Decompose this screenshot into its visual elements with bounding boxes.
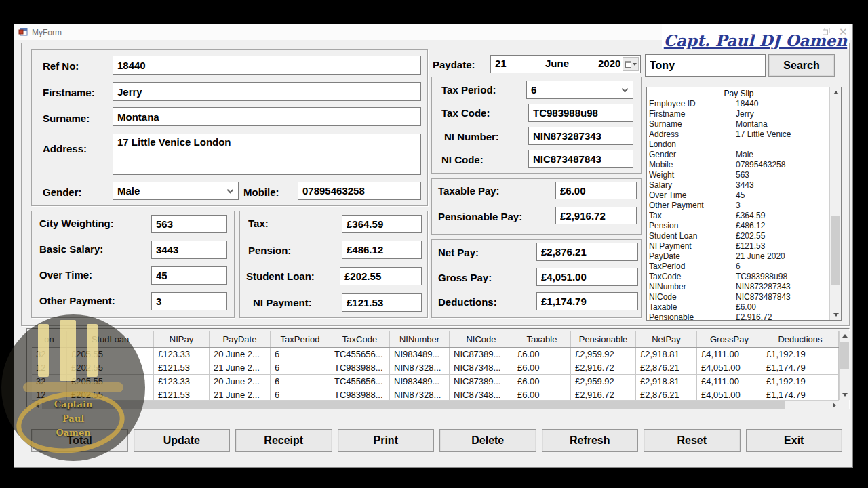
delete-button[interactable]: Delete (439, 429, 536, 452)
payslip-line: Employee ID18440 (649, 99, 829, 109)
grid-table: onStudLoanNIPayPayDateTaxPeriodTaxCodeNI… (32, 331, 839, 402)
ref-no-field[interactable] (113, 56, 421, 75)
window-title: MyForm (32, 28, 62, 37)
grid-row[interactable]: 32£205.55£123.3320 June 2...6TC455656...… (32, 348, 839, 361)
city-weighting-label: City Weighting: (39, 218, 114, 229)
grid-vscrollbar[interactable] (839, 331, 850, 400)
grid-cell: £202.55 (67, 361, 154, 374)
firstname-label: Firstname: (43, 87, 95, 98)
gender-label: Gender: (43, 186, 82, 198)
surname-field[interactable] (113, 107, 421, 126)
ni-payment-field[interactable] (342, 293, 422, 312)
receipt-button[interactable]: Receipt (235, 429, 332, 452)
tax-field[interactable] (342, 215, 422, 233)
grid-col-ninumber[interactable]: NINumber (390, 331, 450, 347)
scroll-thumb[interactable] (42, 401, 785, 409)
ni-code-field[interactable] (528, 150, 633, 168)
calendar-dropdown-icon[interactable] (623, 57, 639, 71)
grid-col-deductions[interactable]: Deductions (762, 331, 839, 347)
grid-col-paydate[interactable]: PayDate (210, 331, 271, 347)
grid-cell: 20 June 2... (210, 348, 271, 361)
mobile-field[interactable] (298, 182, 421, 200)
grid-cell: £1,192.19 (762, 375, 839, 388)
reset-button[interactable]: Reset (644, 429, 741, 452)
tax-code-field[interactable] (528, 104, 633, 122)
grid-col-grosspay[interactable]: GrossPay (697, 331, 762, 347)
grid-cell: NI983489... (390, 348, 450, 361)
grid-col-on[interactable]: on (32, 331, 67, 347)
scroll-left-icon[interactable] (32, 401, 41, 410)
paydate-year: 2020 (598, 58, 620, 69)
payslip-line: Address17 Little Venice (649, 129, 829, 140)
address-field[interactable]: 17 Little Venice London (113, 134, 421, 175)
grid-cell: 6 (271, 375, 330, 388)
exit-button[interactable]: Exit (746, 429, 843, 452)
ref-no-label: Ref No: (43, 60, 79, 72)
pensionable-pay-field[interactable] (555, 207, 637, 224)
grid-cell: £2,916.72 (571, 361, 636, 374)
grid-cell: £123.33 (154, 375, 210, 388)
search-button[interactable]: Search (768, 54, 835, 77)
net-pay-field[interactable] (536, 243, 638, 261)
close-icon[interactable]: ✕ (839, 26, 848, 37)
print-button[interactable]: Print (338, 429, 435, 452)
grid-col-taxperiod[interactable]: TaxPeriod (271, 331, 330, 347)
tax-code-label: Tax Code: (441, 107, 490, 119)
tax-period-select[interactable]: 6 (526, 81, 633, 99)
ni-number-field[interactable] (528, 127, 633, 145)
gross-pay-field[interactable] (536, 268, 638, 286)
grid-row[interactable]: 12£202.55£121.5321 June 2...6TC983988...… (32, 361, 839, 375)
scroll-down-icon[interactable] (840, 390, 850, 400)
deductions-label: Deductions: (438, 296, 497, 308)
grid-col-pensionable[interactable]: Pensionable (571, 331, 636, 347)
grid-col-nipay[interactable]: NIPay (154, 331, 210, 347)
grid-hscrollbar[interactable] (32, 400, 839, 409)
restore-icon[interactable] (823, 26, 830, 38)
grid-col-taxcode[interactable]: TaxCode (330, 331, 390, 347)
grid-col-netpay[interactable]: NetPay (636, 331, 697, 347)
grid-cell: £6.00 (513, 361, 571, 374)
screen: MyForm Capt. Paul DJ Oamen ✕ Ref No: Fir… (0, 0, 868, 488)
over-time-field[interactable] (151, 266, 227, 285)
taxable-pay-field[interactable] (555, 182, 637, 199)
search-input[interactable] (645, 54, 766, 77)
scroll-down-icon[interactable] (831, 310, 841, 320)
student-loan-field[interactable] (340, 267, 422, 285)
student-loan-label: Student Loan: (246, 270, 315, 282)
paydate-picker[interactable]: 21 June 2020 (490, 55, 641, 73)
firstname-field[interactable] (113, 82, 421, 101)
action-bar: TotalUpdateReceiptPrintDeleteRefreshRese… (31, 429, 842, 452)
grid-cell: £2,959.92 (571, 348, 636, 361)
deductions-field[interactable] (536, 292, 638, 310)
basic-salary-field[interactable] (151, 241, 227, 259)
grid-header-row: onStudLoanNIPayPayDateTaxPeriodTaxCodeNI… (32, 331, 839, 348)
gender-select[interactable]: Male (113, 182, 239, 200)
other-payment-label: Other Payment: (39, 295, 115, 306)
city-weighting-field[interactable] (151, 215, 227, 233)
grid-cell: £4,111.00 (697, 375, 762, 388)
grid-col-studloan[interactable]: StudLoan (67, 331, 154, 347)
scroll-thumb[interactable] (840, 342, 849, 369)
payslip-scrollbar[interactable] (829, 87, 841, 320)
grid-cell: £4,111.00 (697, 348, 762, 361)
grid-row[interactable]: 32£205.55£123.3320 June 2...6TC455656...… (32, 375, 839, 388)
grid-col-nicode[interactable]: NICode (450, 331, 513, 347)
grid-col-taxable[interactable]: Taxable (513, 331, 571, 347)
scroll-right-icon[interactable] (829, 401, 839, 410)
grid-cell: NI983489... (390, 375, 450, 388)
payslip-listbox[interactable]: Pay Slip Employee ID18440FirstnameJerryS… (646, 87, 842, 321)
payslip-line: NICodeNIC873487843 (649, 292, 829, 302)
refresh-button[interactable]: Refresh (542, 429, 639, 452)
grid-cell: NIC87389... (450, 375, 513, 388)
total-button[interactable]: Total (31, 429, 128, 452)
other-payment-field[interactable] (151, 292, 227, 310)
scroll-thumb[interactable] (831, 216, 840, 285)
scroll-up-icon[interactable] (831, 87, 841, 98)
update-button[interactable]: Update (134, 429, 231, 452)
grid-cell: NIC87348... (450, 361, 513, 374)
grid-cell: £121.53 (154, 361, 210, 374)
payslip-line: SurnameMontana (649, 119, 829, 129)
grid-cell: TC455656... (330, 348, 390, 361)
pension-field[interactable] (342, 241, 422, 259)
scroll-up-icon[interactable] (840, 331, 850, 341)
